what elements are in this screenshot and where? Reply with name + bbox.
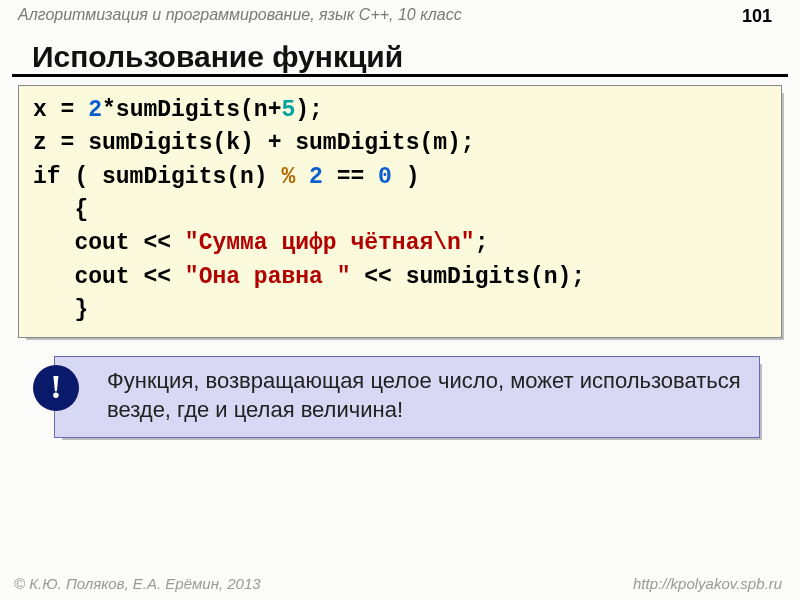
exclamation-icon: !	[33, 365, 79, 411]
code-text: z = sumDigits(k) + sumDigits(m);	[33, 130, 475, 156]
code-text: ==	[323, 164, 378, 190]
footer-url: http://kpolyakov.spb.ru	[633, 575, 782, 592]
code-text: if ( sumDigits(n)	[33, 164, 281, 190]
code-string: "Сумма цифр чётная\n"	[185, 230, 475, 256]
note-box: ! Функция, возвращающая целое число, мож…	[54, 356, 760, 437]
subject-text: Алгоритмизация и программирование, язык …	[18, 6, 462, 23]
code-op: %	[281, 164, 295, 190]
code-text: }	[33, 297, 88, 323]
code-text: cout <<	[33, 264, 185, 290]
code-content: x = 2*sumDigits(n+5); z = sumDigits(k) +…	[18, 85, 782, 338]
code-text: );	[295, 97, 323, 123]
code-string: "Она равна "	[185, 264, 351, 290]
slide-header: Алгоритмизация и программирование, язык …	[0, 0, 800, 34]
code-text: cout <<	[33, 230, 185, 256]
code-text: << sumDigits(n);	[350, 264, 585, 290]
code-literal: 2	[309, 164, 323, 190]
code-literal: 2	[88, 97, 102, 123]
slide: Алгоритмизация и программирование, язык …	[0, 0, 800, 600]
code-text: )	[392, 164, 420, 190]
code-literal: 5	[281, 97, 295, 123]
footer-copyright: © К.Ю. Поляков, Е.А. Ерёмин, 2013	[14, 575, 261, 592]
code-text	[295, 164, 309, 190]
code-literal: 0	[378, 164, 392, 190]
page-number: 101	[742, 6, 772, 27]
callout-note: ! Функция, возвращающая целое число, мож…	[54, 356, 760, 437]
code-block: x = 2*sumDigits(n+5); z = sumDigits(k) +…	[18, 85, 782, 338]
code-text: *sumDigits(n+	[102, 97, 281, 123]
code-text: {	[33, 197, 88, 223]
page-title: Использование функций	[12, 34, 788, 77]
code-text: ;	[475, 230, 489, 256]
code-text: x =	[33, 97, 88, 123]
note-text: Функция, возвращающая целое число, может…	[107, 368, 741, 422]
